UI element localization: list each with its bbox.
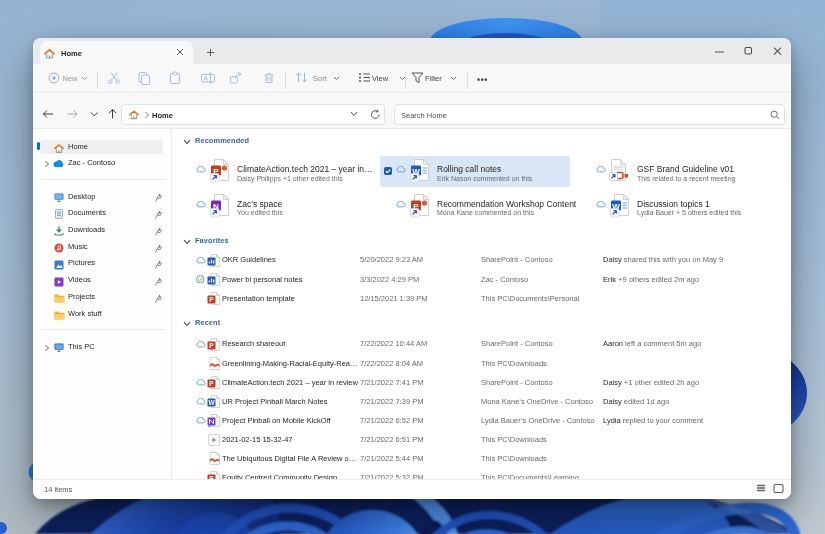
svg-text:P: P [209, 380, 214, 387]
svg-text:W: W [208, 399, 215, 406]
svg-text:P: P [209, 342, 214, 349]
svg-text:P: P [209, 296, 214, 303]
